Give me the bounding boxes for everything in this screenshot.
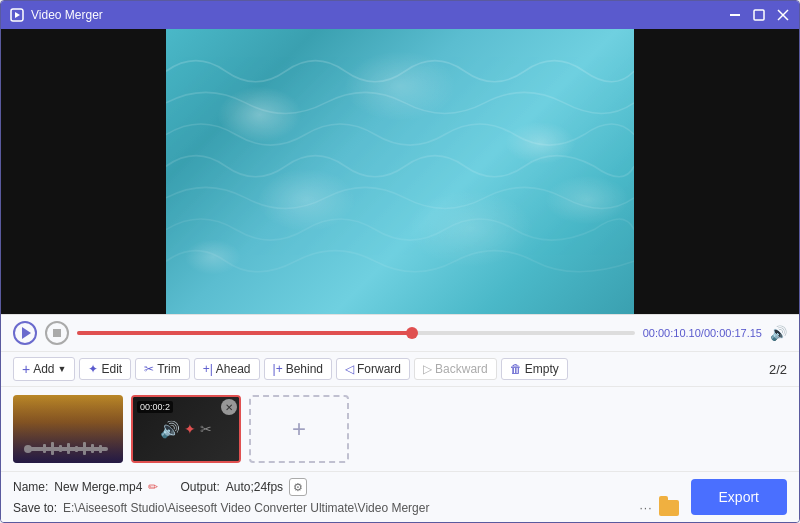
add-clip-button[interactable]: + bbox=[249, 395, 349, 463]
edit-toolbar: + Add ▼ ✦ Edit ✂ Trim +| Ahead |+ Behind… bbox=[1, 351, 799, 386]
filename-value: New Merge.mp4 bbox=[54, 480, 142, 494]
svg-rect-9 bbox=[51, 442, 54, 455]
svg-rect-8 bbox=[43, 444, 46, 453]
window-controls bbox=[727, 7, 791, 23]
svg-rect-2 bbox=[730, 14, 740, 16]
behind-icon: |+ bbox=[273, 362, 283, 376]
file-settings: Name: New Merge.mp4 ✏ Output: Auto;24fps… bbox=[13, 478, 679, 516]
play-icon bbox=[22, 327, 31, 339]
edit-filename-icon[interactable]: ✏ bbox=[148, 480, 158, 494]
video-left-letterbox bbox=[1, 29, 166, 314]
page-indicator: 2/2 bbox=[769, 362, 787, 377]
video-preview bbox=[1, 29, 799, 314]
clip-cut-icon: ✂ bbox=[200, 421, 212, 437]
add-clip-icon: + bbox=[292, 415, 306, 443]
output-settings: Name: New Merge.mp4 ✏ Output: Auto;24fps… bbox=[1, 471, 799, 522]
forward-icon: ◁ bbox=[345, 362, 354, 376]
save-row: Save to: E:\Aiseesoft Studio\Aiseesoft V… bbox=[13, 500, 679, 516]
clip-item-1[interactable] bbox=[13, 395, 123, 463]
volume-button[interactable]: 🔊 bbox=[770, 325, 787, 341]
stop-icon bbox=[53, 329, 61, 337]
empty-icon: 🗑 bbox=[510, 362, 522, 376]
backward-icon: ▷ bbox=[423, 362, 432, 376]
svg-rect-15 bbox=[99, 445, 102, 453]
backward-button[interactable]: ▷ Backward bbox=[414, 358, 497, 380]
svg-rect-14 bbox=[91, 444, 94, 453]
svg-rect-3 bbox=[754, 10, 764, 20]
trim-button[interactable]: ✂ Trim bbox=[135, 358, 190, 380]
clip-audio-icon: 🔊 bbox=[160, 420, 180, 439]
edit-button[interactable]: ✦ Edit bbox=[79, 358, 131, 380]
ahead-icon: +| bbox=[203, 362, 213, 376]
maximize-button[interactable] bbox=[751, 7, 767, 23]
playback-controls: 00:00:10.10/00:00:17.15 🔊 bbox=[1, 314, 799, 351]
more-options-button[interactable]: ··· bbox=[640, 501, 653, 515]
window-title: Video Merger bbox=[31, 8, 727, 22]
stop-button[interactable] bbox=[45, 321, 69, 345]
svg-rect-11 bbox=[67, 443, 70, 454]
clips-timeline: 00:00:2 🔊 ✦ ✂ ✕ + bbox=[1, 386, 799, 471]
clip-2-close-button[interactable]: ✕ bbox=[221, 399, 237, 415]
seek-fill bbox=[77, 331, 412, 335]
behind-button[interactable]: |+ Behind bbox=[264, 358, 333, 380]
main-window: Video Merger bbox=[0, 0, 800, 523]
add-dropdown-icon: ▼ bbox=[58, 364, 67, 374]
clip-2-timestamp: 00:00:2 bbox=[137, 401, 173, 413]
clip-star-icon: ✦ bbox=[184, 421, 196, 437]
output-value: Auto;24fps bbox=[226, 480, 283, 494]
titlebar: Video Merger bbox=[1, 1, 799, 29]
trim-icon: ✂ bbox=[144, 362, 154, 376]
video-frame bbox=[166, 29, 634, 314]
name-label: Name: bbox=[13, 480, 48, 494]
clip-2-controls: 🔊 ✦ ✂ bbox=[160, 420, 212, 439]
seek-thumb[interactable] bbox=[406, 327, 418, 339]
save-path-value: E:\Aiseesoft Studio\Aiseesoft Video Conv… bbox=[63, 501, 633, 515]
ahead-button[interactable]: +| Ahead bbox=[194, 358, 260, 380]
svg-marker-1 bbox=[15, 12, 20, 18]
svg-rect-12 bbox=[75, 446, 78, 452]
edit-icon: ✦ bbox=[88, 362, 98, 376]
svg-rect-10 bbox=[59, 445, 62, 452]
seek-track bbox=[77, 331, 635, 335]
clip-2-content: 00:00:2 🔊 ✦ ✂ ✕ bbox=[133, 397, 239, 461]
seek-bar[interactable] bbox=[77, 331, 635, 335]
clip-item-2[interactable]: 00:00:2 🔊 ✦ ✂ ✕ bbox=[131, 395, 241, 463]
play-button[interactable] bbox=[13, 321, 37, 345]
output-section: Output: Auto;24fps ⚙ bbox=[180, 478, 307, 496]
add-button[interactable]: + Add ▼ bbox=[13, 357, 75, 381]
minimize-button[interactable] bbox=[727, 7, 743, 23]
save-label: Save to: bbox=[13, 501, 57, 515]
add-icon: + bbox=[22, 361, 30, 377]
time-display: 00:00:10.10/00:00:17.15 bbox=[643, 327, 762, 339]
video-right-letterbox bbox=[634, 29, 799, 314]
output-label: Output: bbox=[180, 480, 219, 494]
export-button[interactable]: Export bbox=[691, 479, 787, 515]
browse-folder-button[interactable] bbox=[659, 500, 679, 516]
app-icon bbox=[9, 7, 25, 23]
forward-button[interactable]: ◁ Forward bbox=[336, 358, 410, 380]
name-row: Name: New Merge.mp4 ✏ Output: Auto;24fps… bbox=[13, 478, 679, 496]
svg-point-7 bbox=[24, 445, 32, 453]
close-button[interactable] bbox=[775, 7, 791, 23]
svg-rect-13 bbox=[83, 442, 86, 455]
output-settings-icon[interactable]: ⚙ bbox=[289, 478, 307, 496]
empty-button[interactable]: 🗑 Empty bbox=[501, 358, 568, 380]
